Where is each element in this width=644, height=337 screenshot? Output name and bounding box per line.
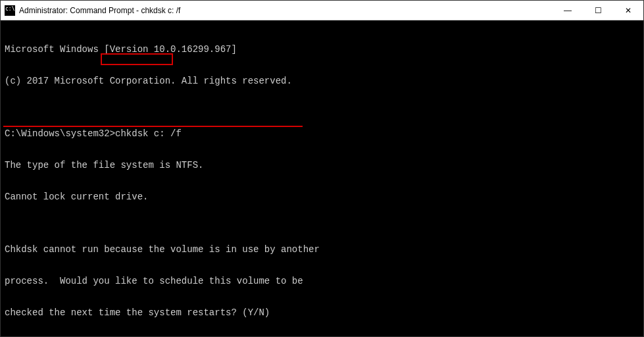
minimize-button[interactable]: — [553, 1, 583, 20]
copyright-line: (c) 2017 Microsoft Corporation. All righ… [5, 76, 639, 86]
prompt-line: C:\Windows\system32>chkdsk c: /f [5, 128, 639, 139]
lock-error-line: Cannot lock current drive. [5, 192, 639, 202]
prompt-path: C:\Windows\system32> [5, 128, 115, 139]
in-use-line1: Chkdsk cannot run because the volume is … [5, 244, 639, 255]
version-line: Microsoft Windows [Version 10.0.16299.96… [5, 44, 639, 55]
user-command: chkdsk c: /f [115, 128, 182, 139]
window-title: Administrator: Command Prompt - chkdsk c… [19, 6, 553, 15]
question-underline [3, 95, 303, 127]
maximize-button[interactable]: ☐ [583, 1, 613, 20]
window-controls: — ☐ ✕ [553, 1, 643, 20]
prompt-yn-line: checked the next time the system restart… [5, 307, 639, 318]
command-highlight-box [101, 53, 173, 65]
command-prompt-window: Administrator: Command Prompt - chkdsk c… [0, 0, 644, 337]
in-use-line2: process. Would you like to schedule this… [5, 276, 639, 286]
terminal-area[interactable]: Microsoft Windows [Version 10.0.16299.96… [1, 20, 643, 336]
cmd-icon [5, 5, 15, 16]
titlebar[interactable]: Administrator: Command Prompt - chkdsk c… [1, 1, 643, 20]
fs-type-line: The type of the file system is NTFS. [5, 160, 639, 170]
close-button[interactable]: ✕ [613, 1, 643, 20]
